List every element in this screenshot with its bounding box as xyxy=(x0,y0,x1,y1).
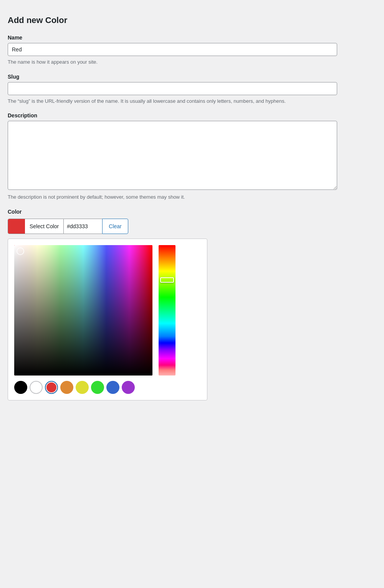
name-field-group: Name The name is how it appears on your … xyxy=(8,35,342,66)
color-section: Color Select Color Clear xyxy=(8,209,342,400)
color-hex-input[interactable] xyxy=(64,219,102,234)
color-picker-panel xyxy=(8,239,207,400)
slug-label: Slug xyxy=(8,74,342,80)
preset-swatch-red[interactable] xyxy=(45,381,58,394)
description-hint: The description is not prominent by defa… xyxy=(8,193,342,201)
slug-field-group: Slug The “slug” is the URL-friendly vers… xyxy=(8,74,342,105)
select-color-button[interactable]: Select Color xyxy=(8,219,64,234)
clear-color-button[interactable]: Clear xyxy=(102,219,128,234)
preset-swatch-blue[interactable] xyxy=(106,381,119,394)
description-label: Description xyxy=(8,112,342,119)
hue-slider[interactable] xyxy=(159,245,175,376)
color-label: Color xyxy=(8,209,342,215)
page-wrapper: Add new Color Name The name is how it ap… xyxy=(8,8,342,416)
name-hint: The name is how it appears on your site. xyxy=(8,58,342,66)
color-swatch-preview xyxy=(8,219,25,234)
preset-swatch-black[interactable] xyxy=(14,381,27,394)
color-gradient-area[interactable] xyxy=(14,245,152,376)
slug-hint: The “slug” is the URL-friendly version o… xyxy=(8,97,342,105)
hue-thumb xyxy=(160,277,174,283)
preset-swatches xyxy=(14,381,201,394)
description-textarea[interactable] xyxy=(8,121,337,190)
select-color-label: Select Color xyxy=(25,223,63,229)
color-controls: Select Color Clear xyxy=(8,219,342,234)
preset-swatch-green[interactable] xyxy=(91,381,104,394)
page-title: Add new Color xyxy=(8,15,342,25)
preset-swatch-purple[interactable] xyxy=(122,381,135,394)
preset-swatch-yellow[interactable] xyxy=(76,381,89,394)
slug-input[interactable] xyxy=(8,82,337,95)
color-picker-cursor[interactable] xyxy=(17,247,24,255)
preset-swatch-orange[interactable] xyxy=(60,381,73,394)
name-label: Name xyxy=(8,35,342,41)
color-picker-top xyxy=(14,245,201,376)
preset-swatch-white[interactable] xyxy=(30,381,43,394)
description-field-group: Description The description is not promi… xyxy=(8,112,342,201)
name-input[interactable] xyxy=(8,43,337,56)
